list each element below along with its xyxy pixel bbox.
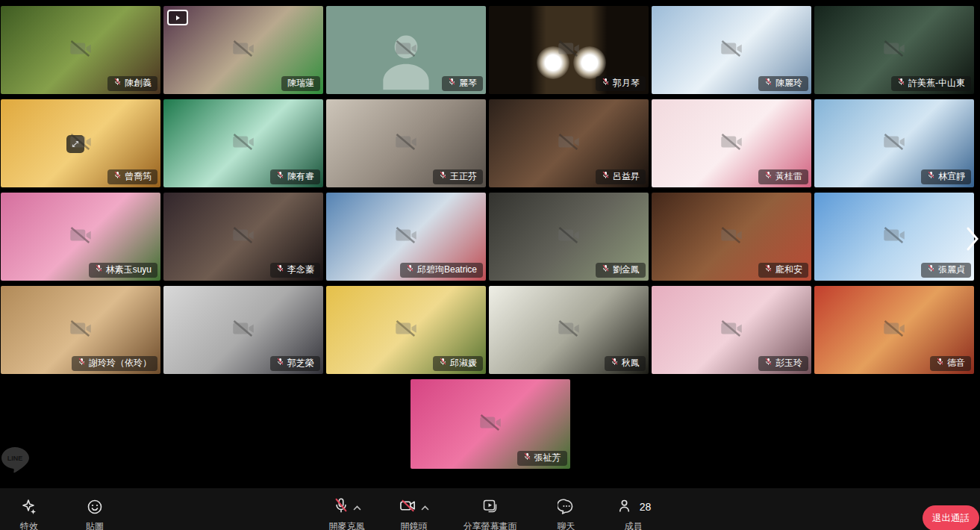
members-label: 成員 [625,520,643,530]
participant-name: 邱碧珣Beatrice [417,264,477,275]
smiley-face-icon [86,497,104,517]
participant-tile[interactable]: 黃桂雷 [652,99,811,187]
participant-name-tag: 陳有睿 [270,169,320,184]
participant-tile[interactable]: 陳創義 [1,6,160,94]
camera-off-icon [883,37,905,63]
participant-name-tag: 呂益昇 [596,169,646,184]
participant-tile[interactable]: 德音 [814,286,974,374]
participant-name-tag: 陳瑞蓮 [281,76,320,91]
camera-off-icon [720,131,743,156]
video-play-badge-icon [167,10,188,25]
chat-label: 聊天 [558,520,575,530]
mic-muted-icon [764,78,773,89]
participant-name-tag: 李念蓁 [270,263,320,278]
participant-name-tag: 德音 [930,356,971,371]
participant-tile[interactable]: 陳有睿 [163,99,323,187]
participant-name: 林宜靜 [938,171,965,182]
participant-name: 龐和安 [775,264,802,275]
participant-tile[interactable]: 許美蕉-中山東 [814,6,974,94]
participant-tile[interactable]: 王正芬 [326,99,486,187]
participant-name: 劉金鳳 [613,264,640,275]
participant-tile[interactable]: 張麗貞 [814,193,974,281]
camera-off-icon [720,224,743,249]
participant-tile[interactable]: 秋鳳 [489,286,649,374]
participant-tile[interactable]: 陳瑞蓮 [163,6,323,94]
participant-tile[interactable]: 張祉芳 [411,379,570,469]
sticker-button[interactable]: 貼圖 [72,497,118,530]
lamp-glow [573,46,606,79]
participant-tile[interactable]: 邱淑媛 [326,286,486,374]
members-button[interactable]: 28 成員 [616,497,652,530]
participant-tile[interactable]: 林素玉suyu [1,193,160,281]
camera-off-icon [395,317,417,343]
participant-name: 陳創義 [125,78,152,89]
participant-tile[interactable]: 劉金鳳 [489,193,649,281]
mic-muted-icon [276,171,284,182]
mic-muted-icon [276,358,284,369]
chevron-up-icon[interactable] [353,500,361,514]
avatar-placeholder-icon [372,27,440,94]
participant-tile[interactable]: 麗琴 [326,6,486,94]
leave-call-button[interactable]: 退出通話 [923,505,979,530]
participant-name-tag: 曾喬筠 [107,169,157,184]
member-count: 28 [640,501,652,513]
next-page-chevron-icon[interactable] [966,224,979,257]
participant-tile[interactable]: 彭玉玲 [652,286,811,374]
camera-off-icon [395,224,417,249]
participant-name-tag: 邱碧珣Beatrice [400,263,483,278]
effects-button[interactable]: 特效 [6,497,52,530]
mic-muted-icon [897,78,905,89]
participant-name: 郭芝榮 [287,358,314,369]
participant-tile[interactable]: 龐和安 [652,193,811,281]
expand-fullscreen-icon[interactable] [66,135,84,153]
camera-off-icon [69,224,92,249]
camera-toggle-button[interactable]: 開鏡頭 [396,497,432,530]
screen-share-icon [481,497,499,517]
participant-name: 黃桂雷 [775,171,802,182]
mic-muted-icon [927,171,935,182]
participant-name: 陳瑞蓮 [287,78,314,89]
mic-muted-icon [406,264,414,275]
mic-muted-icon [611,358,619,369]
sticker-label: 貼圖 [86,520,104,530]
camera-off-icon [232,131,255,156]
mic-muted-icon [439,358,447,369]
participant-tile[interactable]: 謝玲玲（依玲） [1,286,160,374]
participant-name-tag: 謝玲玲（依玲） [72,356,157,371]
participant-name: 彭玉玲 [775,358,802,369]
participant-tile[interactable]: 郭月琴 [489,6,649,94]
share-screen-button[interactable]: 分享螢幕畫面 [464,497,517,530]
mic-muted-icon [602,78,610,89]
participant-tile[interactable]: 林宜靜 [814,99,974,187]
camera-off-icon [69,37,92,63]
participant-name: 陳有睿 [287,171,314,182]
microphone-muted-icon [333,496,349,517]
participant-name-tag: 邱淑媛 [433,356,483,371]
sparkle-icon [20,497,38,517]
participant-tile[interactable]: 陳麗玲 [652,6,811,94]
lamp-glow [537,46,569,79]
participant-tile[interactable]: 邱碧珣Beatrice [326,193,486,281]
participant-name: 呂益昇 [613,171,640,182]
participant-name: 郭月琴 [613,78,640,89]
participant-tile[interactable]: 呂益昇 [489,99,649,187]
participant-name: 麗琴 [459,78,477,89]
camera-off-icon [558,131,580,156]
call-toolbar: 特效 貼圖 [0,488,980,530]
mic-toggle-button[interactable]: 開麥克風 [329,497,365,530]
mic-muted-icon [448,78,456,89]
camera-off-icon [720,317,743,343]
chevron-up-icon[interactable] [421,500,429,514]
camera-off-icon [232,317,255,343]
participant-name-tag: 張麗貞 [921,263,971,278]
person-icon [616,497,633,517]
chat-button[interactable]: 聊天 [549,497,584,530]
video-grid: 陳創義 陳瑞蓮 [0,0,980,374]
participant-tile[interactable]: 李念蓁 [163,193,323,281]
participant-tile[interactable]: 郭芝榮 [163,286,323,374]
participant-name-tag: 陳麗玲 [758,76,808,91]
participant-tile[interactable]: 曾喬筠 [1,99,160,187]
mic-label: 開麥克風 [329,520,365,530]
participant-name-tag: 劉金鳳 [596,263,646,278]
camera-off-icon [883,317,905,343]
